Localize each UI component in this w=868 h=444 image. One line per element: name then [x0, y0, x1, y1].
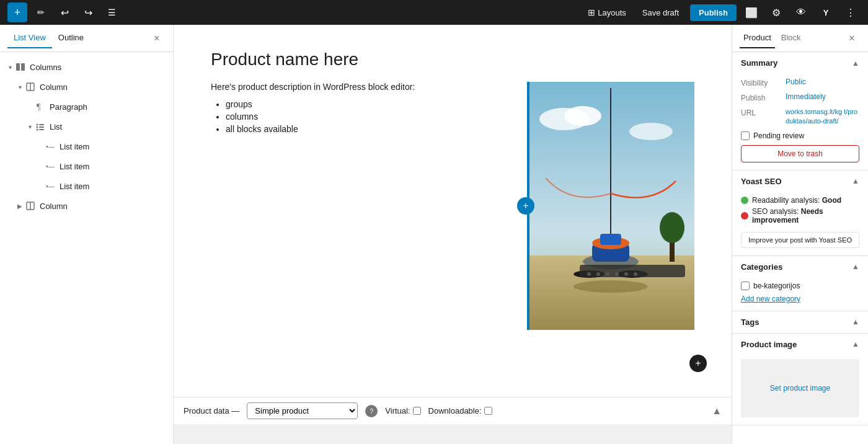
svg-point-26	[587, 272, 591, 276]
summary-section-header[interactable]: Summary ▲	[732, 52, 868, 74]
pending-review-row: Pending review	[741, 131, 859, 140]
downloadable-checkbox[interactable]	[484, 407, 492, 415]
visibility-value[interactable]: Public	[786, 78, 859, 86]
view-button[interactable]: ⬜	[742, 2, 761, 22]
menu-icon[interactable]: ☰	[102, 2, 122, 22]
settings-button[interactable]: ⚙	[766, 2, 786, 22]
tab-outline[interactable]: Outline	[52, 28, 90, 48]
seo-dot	[741, 212, 748, 220]
list-item-3[interactable]: all blocks available	[226, 124, 515, 134]
tree-item-column1[interactable]: ▾ Column	[0, 77, 173, 97]
toggle-column2[interactable]: ▶	[15, 201, 25, 211]
virtual-checkbox[interactable]	[413, 407, 421, 415]
publish-value[interactable]: Immediately	[786, 92, 859, 101]
list-item-2[interactable]: columns	[226, 112, 515, 122]
toggle-list[interactable]: ▾	[25, 122, 35, 131]
svg-rect-6	[39, 124, 44, 125]
more-options-button[interactable]: ⋮	[841, 2, 861, 22]
category-checkbox[interactable]	[741, 282, 750, 290]
tree-item-columns[interactable]: ▾ Columns	[0, 57, 173, 77]
product-title[interactable]: Product name here	[211, 50, 694, 69]
paragraph-icon: ¶	[35, 101, 46, 112]
editor-columns: Here's product description in WordPress …	[211, 82, 694, 330]
url-value[interactable]: works.tomasg.lt/kg t/produktas/auto-draf…	[786, 107, 859, 127]
svg-rect-1	[21, 63, 25, 71]
add-column-button[interactable]: +	[517, 197, 534, 215]
close-left-panel-button[interactable]: ×	[148, 30, 166, 47]
product-image-section-body: Set product image	[732, 355, 868, 425]
publish-row: Publish Immediately	[741, 92, 859, 102]
product-description[interactable]: Here's product description in WordPress …	[211, 82, 515, 92]
tree-label-listitem3: List item	[60, 182, 89, 191]
tab-list-view[interactable]: List View	[7, 28, 52, 48]
categories-section-header[interactable]: Categories ▲	[732, 256, 868, 278]
product-image-area	[527, 82, 694, 330]
undo-button[interactable]: ↩	[55, 2, 74, 22]
eye-button[interactable]: 👁	[791, 2, 811, 22]
yoast-section: Yoast SEO ▲ Readability analysis: Good S…	[732, 171, 868, 256]
product-list: groups columns all blocks available	[211, 99, 515, 134]
tab-block[interactable]: Block	[777, 28, 805, 48]
layouts-grid-icon: ⊞	[588, 7, 595, 17]
virtual-text: Virtual:	[385, 406, 410, 415]
tab-product[interactable]: Product	[740, 28, 775, 48]
tree-label-columns: Columns	[30, 63, 61, 72]
categories-section: Categories ▲ be-kategorijos Add new cate…	[732, 256, 868, 311]
save-draft-button[interactable]: Save draft	[636, 4, 685, 21]
layouts-button[interactable]: ⊞ Layouts	[583, 4, 631, 21]
pending-review-checkbox[interactable]	[741, 131, 750, 140]
category-label: be-kategorijos	[753, 282, 800, 290]
tree-label-paragraph: Paragraph	[50, 102, 87, 112]
collapse-bottom-bar-button[interactable]: ▲	[712, 406, 722, 417]
tree-item-listitem-3[interactable]: ▾ •— List item	[0, 176, 173, 196]
tree-item-list[interactable]: ▾ List	[0, 117, 173, 136]
yoast-section-header[interactable]: Yoast SEO ▲	[732, 171, 868, 192]
close-right-panel-button[interactable]: ×	[843, 30, 861, 47]
toggle-columns[interactable]: ▾	[5, 62, 15, 72]
list-item-1[interactable]: groups	[226, 99, 515, 109]
categories-toggle: ▲	[852, 262, 859, 271]
url-row: URL works.tomasg.lt/kg t/produktas/auto-…	[741, 107, 859, 127]
redo-button[interactable]: ↪	[78, 2, 98, 22]
listitem-icon-1: •—	[45, 141, 56, 152]
publish-button[interactable]: Publish	[690, 4, 737, 21]
draw-icon[interactable]: ✏	[31, 2, 51, 22]
move-to-trash-button[interactable]: Move to trash	[741, 145, 859, 162]
publish-label: Publish	[741, 92, 786, 102]
svg-point-34	[660, 212, 684, 243]
toolbar: + ✏ ↩ ↪ ☰ ⊞ Layouts Save draft Publish ⬜…	[0, 0, 868, 25]
svg-rect-25	[580, 265, 685, 277]
list-icon	[35, 121, 46, 132]
tree-item-paragraph[interactable]: ▾ ¶ Paragraph	[0, 97, 173, 117]
svg-rect-22	[600, 234, 621, 245]
editor-col-right: +	[527, 82, 694, 330]
improve-yoast-button[interactable]: Improve your post with Yoast SEO	[741, 232, 859, 248]
svg-point-30	[624, 272, 628, 276]
left-panel-tabs: List View Outline ×	[0, 25, 173, 52]
right-panel: Product Block × Summary ▲ Visibility Pub…	[732, 25, 868, 444]
tree-label-list: List	[50, 122, 62, 131]
product-image-section-header[interactable]: Product image ▲	[732, 334, 868, 355]
add-block-button[interactable]: +	[7, 2, 27, 22]
help-button[interactable]: ?	[365, 405, 378, 417]
tree-item-listitem-1[interactable]: ▾ •— List item	[0, 136, 173, 156]
svg-point-28	[606, 272, 609, 276]
downloadable-text: Downloadable:	[428, 406, 482, 415]
set-product-image-button[interactable]: Set product image	[741, 359, 859, 417]
seo-text: SEO analysis: Needs improvement	[752, 207, 859, 224]
tags-section-header[interactable]: Tags ▲	[732, 311, 868, 333]
toolbar-left: + ✏ ↩ ↪ ☰	[7, 2, 578, 22]
product-data-select[interactable]: Simple product Variable product Grouped …	[247, 402, 358, 419]
svg-rect-10	[39, 129, 44, 130]
tree-item-listitem-2[interactable]: ▾ •— List item	[0, 156, 173, 176]
tree-label-listitem1: List item	[60, 142, 89, 151]
toggle-column1[interactable]: ▾	[15, 82, 25, 92]
summary-toggle: ▲	[852, 59, 859, 68]
yoast-button[interactable]: Y	[816, 2, 836, 22]
tree-item-column2[interactable]: ▶ Column	[0, 196, 173, 216]
downloadable-label: Downloadable:	[428, 406, 492, 415]
add-category-link[interactable]: Add new category	[741, 295, 800, 303]
svg-point-7	[37, 127, 38, 128]
add-bottom-button[interactable]: +	[689, 355, 707, 372]
product-image-section: Product image ▲ Set product image	[732, 334, 868, 425]
